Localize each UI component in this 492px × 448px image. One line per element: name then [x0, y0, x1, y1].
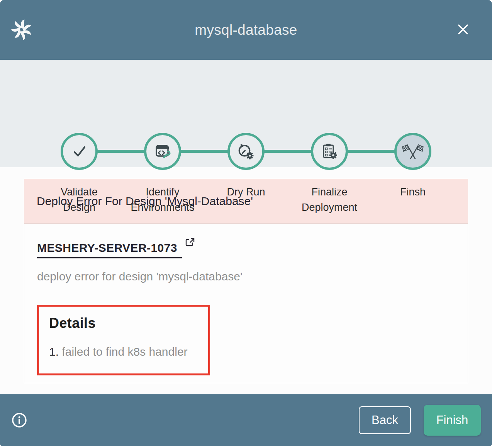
details-list: failed to find k8s handler — [49, 345, 198, 358]
info-button[interactable] — [10, 411, 29, 429]
step-circle — [227, 133, 265, 170]
step-finish: Finsh — [371, 133, 455, 216]
external-link-icon[interactable] — [184, 237, 195, 249]
error-code-link[interactable]: MESHERY-SERVER-1073 — [37, 241, 182, 258]
deploy-wizard-modal: mysql-database Validate Design — [0, 0, 492, 446]
close-button[interactable] — [454, 20, 472, 38]
close-icon — [455, 21, 471, 37]
details-heading: Details — [49, 315, 198, 331]
step-circle — [394, 133, 431, 170]
step-finalize-deployment: Finalize Deployment — [288, 133, 371, 216]
step-circle — [311, 133, 348, 170]
step-label: Finalize Deployment — [294, 185, 365, 216]
info-icon — [10, 411, 28, 429]
back-button[interactable]: Back — [359, 406, 411, 434]
error-summary: deploy error for design 'mysql-database' — [37, 270, 455, 283]
step-label: Dry Run — [210, 185, 282, 200]
step-identify-environments: Identify Environments — [121, 133, 204, 216]
deployment-stepper: Validate Design Identify Envi — [0, 60, 492, 167]
step-circle — [144, 133, 181, 170]
modal-header: mysql-database — [0, 0, 492, 60]
step-label: Validate Design — [43, 185, 115, 216]
step-label: Identify Environments — [127, 185, 198, 216]
step-dry-run: Dry Run — [204, 133, 288, 216]
check-icon — [70, 142, 88, 161]
details-highlight-box: Details failed to find k8s handler — [37, 305, 210, 375]
step-circle — [61, 133, 98, 170]
details-list-item: failed to find k8s handler — [49, 345, 198, 358]
code-wrench-icon — [154, 143, 171, 160]
step-label: Finsh — [377, 185, 449, 200]
modal-footer: Back Finish — [0, 394, 492, 446]
step-validate-design: Validate Design — [37, 133, 121, 216]
dry-run-icon — [237, 142, 255, 161]
deploy-error-body: MESHERY-SERVER-1073 deploy error for des… — [24, 224, 468, 383]
finish-button[interactable]: Finish — [424, 405, 481, 436]
modal-title: mysql-database — [0, 0, 492, 60]
finish-flags-icon — [402, 142, 424, 161]
clipboard-gear-icon — [320, 142, 339, 161]
steps-row: Validate Design Identify Envi — [37, 133, 455, 216]
error-code-row: MESHERY-SERVER-1073 — [37, 241, 455, 258]
